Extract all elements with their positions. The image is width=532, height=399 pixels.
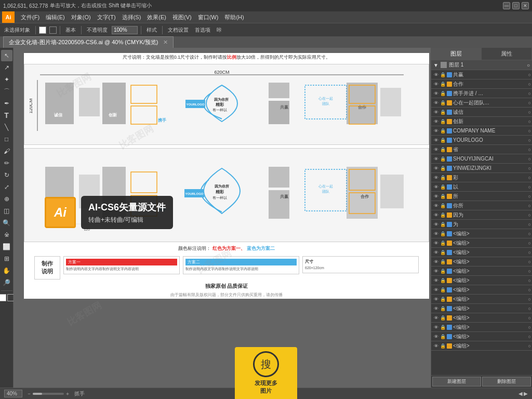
layer-visibility-btn[interactable]: ○ [525,138,531,143]
layer-lock-icon[interactable]: 🔒 [440,250,446,255]
layer-lock-icon[interactable]: 🔒 [440,241,446,246]
layer-lock-icon[interactable]: 🔒 [440,222,446,227]
menu-help[interactable]: 帮助(H) [221,11,247,23]
layer-row[interactable]: 👁 🔒 创新 ○ [431,117,532,126]
zoom-slider-area[interactable]: － ＋ [26,390,70,397]
layer-row[interactable]: 👁 🔒 以 ○ [431,182,532,192]
pen-tool[interactable]: ✒ [1,98,12,109]
layer-row[interactable]: 👁 🔒 你所 ○ [431,201,532,210]
window-controls[interactable]: — □ ✕ [503,2,529,9]
menu-object[interactable]: 对象(O) [68,11,94,23]
layer-lock-icon[interactable]: 🔒 [440,194,446,199]
layer-eye-icon[interactable]: 👁 [432,241,440,246]
layer-visibility-btn[interactable]: ○ [525,325,531,330]
layer-lock-icon[interactable]: 🔒 [440,91,446,96]
prev-page-btn[interactable]: ◀ [518,391,523,396]
hand-tool[interactable]: ✋ [1,265,12,276]
layer-eye-icon[interactable]: 👁 [432,119,440,124]
layer-visibility-btn[interactable]: ○ [525,194,531,199]
layer-eye-icon[interactable]: 👁 [432,147,440,152]
blend-tool[interactable]: ⊕ [1,193,12,205]
layer-row[interactable]: 👁 🔒 SHOUYIJINGCAI ○ [431,154,532,164]
gradient-tool[interactable]: ◫ [1,205,12,217]
symbol-tool[interactable]: ※ [1,229,12,241]
layer-visibility-btn[interactable]: ○ [525,287,531,292]
layer-lock-icon[interactable]: 🔒 [440,166,446,171]
layer-visibility-btn[interactable]: ○ [525,250,531,255]
layer-eye-icon[interactable]: 👁 [432,194,440,199]
artboard-tool[interactable]: ⬜ [1,241,12,252]
doc-setup-btn[interactable]: 文档设置 [166,25,191,35]
close-button[interactable]: ✕ [522,2,529,9]
rotate-tool[interactable]: ↻ [1,169,12,181]
menu-type[interactable]: 文字(T) [94,11,119,23]
layer-eye-icon[interactable]: 👁 [432,306,440,311]
layer-eye-icon[interactable]: 👁 [432,315,440,321]
layer-eye-icon[interactable]: 👁 [432,343,440,349]
layer-expand-icon[interactable]: ▼ [433,62,438,68]
layer-eye-icon[interactable]: 👁 [432,212,440,218]
layer-eye-icon[interactable]: 👁 [432,250,440,255]
layer-lock-icon[interactable]: 🔒 [440,128,446,134]
layer-eye-icon[interactable]: 👁 [432,278,440,283]
line-tool[interactable]: ╲ [1,122,12,133]
layer-row[interactable]: 👁 🔒 <编组> ○ [431,313,532,323]
prefs-btn[interactable]: 首选项 [193,25,212,35]
layer-row[interactable]: 👁 🔒 YINWEIZIJNGKI ○ [431,164,532,173]
zoom-tool[interactable]: 🔎 [1,277,12,288]
layer-eye-icon[interactable]: 👁 [432,222,440,227]
minimize-button[interactable]: — [503,2,510,9]
layer-vis-icon[interactable]: ○ [527,62,530,68]
layer-row[interactable]: 👁 🔒 因为 ○ [431,210,532,220]
layer-lock-icon[interactable]: 🔒 [440,325,446,330]
layer-eye-icon[interactable]: 👁 [432,138,440,143]
layer-eye-icon[interactable]: 👁 [432,325,440,330]
layer-visibility-btn[interactable]: ○ [525,297,531,302]
layer-lock-icon[interactable]: 🔒 [440,138,446,143]
layer-row[interactable]: 👁 🔒 心在一起团队… ○ [431,98,532,108]
layer-visibility-btn[interactable]: ○ [525,175,531,180]
layer-visibility-btn[interactable]: ○ [525,110,531,115]
layer-visibility-btn[interactable]: ○ [525,241,531,246]
maximize-button[interactable]: □ [512,2,520,9]
layer-row[interactable]: 👁 🔒 为 ○ [431,220,532,229]
layer-lock-icon[interactable]: 🔒 [440,110,446,115]
tab-properties[interactable]: 属性 [482,48,532,60]
layer-row[interactable]: 👁 🔒 <编组> ○ [431,248,532,257]
layer-visibility-btn[interactable]: ○ [525,278,531,283]
layer-eye-icon[interactable]: 👁 [432,184,440,190]
layer-lock-icon[interactable]: 🔒 [440,343,446,349]
layer-lock-icon[interactable]: 🔒 [440,259,446,264]
eyedropper-tool[interactable]: 🔍 [1,217,12,229]
rect-tool[interactable]: □ [1,134,12,145]
slice-tool[interactable]: ⊞ [1,253,12,264]
layer-lock-icon[interactable]: 🔒 [440,212,446,218]
more-btn[interactable]: 咔 [215,25,224,35]
layer-visibility-btn[interactable]: ○ [525,222,531,227]
layer-lock-icon[interactable]: 🔒 [440,306,446,311]
layer-lock-icon[interactable]: 🔒 [440,82,446,87]
selection-tool[interactable]: ↖ [1,50,12,61]
layer-row[interactable]: 👁 🔒 <编组> ○ [431,304,532,313]
layer-lock-icon[interactable]: 🔒 [440,119,446,124]
magic-wand-tool[interactable]: ✦ [1,74,12,85]
layer-eye-icon[interactable]: 👁 [432,110,440,115]
layer-row[interactable]: 👁 🔒 <编组> ○ [431,267,532,276]
layer-visibility-btn[interactable]: ○ [525,334,531,339]
layer-eye-icon[interactable]: 👁 [432,334,440,339]
layer-visibility-btn[interactable]: ○ [525,166,531,171]
zoom-in-btn[interactable]: ＋ [65,390,70,397]
layer-lock-icon[interactable]: 🔒 [440,147,446,152]
layer-row[interactable]: 👁 🔒 携手并进 / … ○ [431,89,532,98]
layer-eye-icon[interactable]: 👁 [432,128,440,134]
layer-eye-icon[interactable]: 👁 [432,287,440,292]
layer-visibility-btn[interactable]: ○ [525,82,531,87]
stroke-color[interactable] [49,26,57,34]
layer-row[interactable]: 👁 🔒 省 ○ [431,145,532,154]
layer-eye-icon[interactable]: 👁 [432,166,440,171]
layer-eye-icon[interactable]: 👁 [432,297,440,302]
layer-lock-icon[interactable]: 🔒 [440,175,446,180]
menu-window[interactable]: 窗口(W) [195,11,222,23]
type-tool[interactable]: T [1,110,12,121]
layer-visibility-btn[interactable]: ○ [525,203,531,208]
